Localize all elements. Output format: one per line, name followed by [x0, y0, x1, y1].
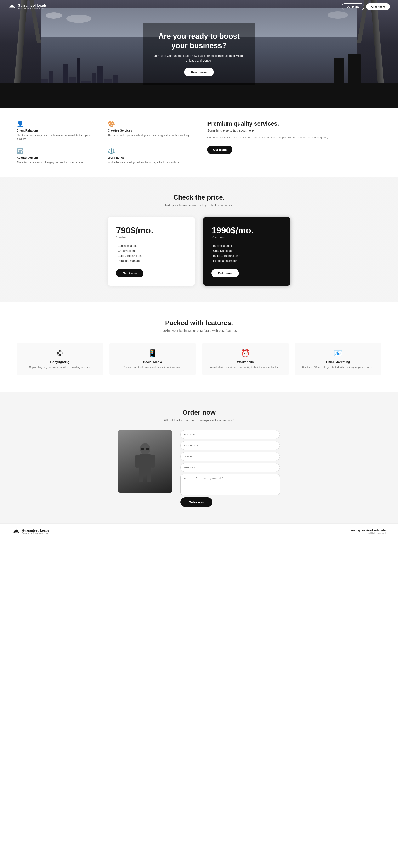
person-silhouette-1	[348, 54, 361, 91]
email-input[interactable]	[180, 441, 280, 450]
feature-icon-3: 📧	[299, 349, 377, 358]
feature-icon-2: ⏰	[206, 349, 285, 358]
more-info-textarea[interactable]	[180, 474, 280, 495]
service-icon-1: 🎨	[108, 120, 191, 127]
feature-card-0: © Copyrighting Copywriting for your busi…	[16, 343, 103, 375]
pricing-cards: 790$/mo. Starter Business auditCreative …	[16, 217, 382, 286]
svg-rect-8	[144, 448, 146, 449]
navbar: Guaranteed Leads Boost your Business wit…	[0, 0, 398, 13]
feature-title-0: Copyrighting	[21, 360, 99, 364]
brand-name: Guaranteed Leads	[18, 4, 47, 7]
footer-right: www.guaranteedleads.sale All Right Reser…	[351, 529, 386, 534]
svg-rect-6	[140, 448, 144, 450]
feature-icon-1: 📱	[113, 349, 192, 358]
brand-sub: Boost your Business with us	[18, 7, 47, 10]
navbar-brand: Guaranteed Leads Boost your Business wit…	[8, 3, 47, 10]
service-title-0: Client Relations	[16, 129, 100, 132]
our-plans-button[interactable]: Our plans	[342, 3, 364, 10]
feature-icon-0: ©	[21, 349, 99, 358]
features-subtitle: Packing your business for best future wi…	[16, 329, 382, 332]
svg-rect-4	[139, 473, 143, 482]
svg-rect-5	[147, 473, 151, 482]
starter-card: 790$/mo. Starter Business auditCreative …	[108, 217, 195, 286]
service-desc-3: Work ethics are moral guidelines that an…	[108, 161, 191, 164]
premium-feature-2: Build 12 months plan	[211, 253, 282, 258]
order-image	[118, 430, 172, 493]
svg-rect-2	[135, 455, 140, 468]
services-grid: 👤 Client Relations Client relations mana…	[16, 120, 191, 164]
premium-label: Premium	[211, 236, 282, 239]
full-name-input[interactable]	[180, 430, 280, 439]
hero-subtitle: Join us at Guaranteed Leads new event se…	[151, 54, 247, 63]
starter-price: 790$/mo.	[116, 225, 187, 236]
order-title: Order now	[16, 409, 382, 416]
order-now-button[interactable]: Order now	[366, 3, 390, 10]
footer-brand: Guaranteed Leads Boost your Business wit…	[12, 528, 49, 535]
hero-content: Are you ready to boost your business? Jo…	[143, 23, 255, 85]
premium-feature-1: Creative ideas	[211, 248, 282, 253]
starter-features: Business auditCreative ideasBuild 3 mont…	[116, 243, 187, 263]
hero-title: Are you ready to boost your business?	[151, 32, 247, 50]
features-title: Packed with features.	[16, 319, 382, 327]
pricing-subtitle: Audit your business and help you build a…	[16, 203, 382, 207]
feature-desc-3: Use these 10 steps to get started with e…	[299, 365, 377, 369]
service-icon-2: 🔄	[16, 148, 100, 154]
service-item-0: 👤 Client Relations Client relations mana…	[16, 120, 100, 141]
footer-logo-icon	[12, 528, 20, 535]
feature-desc-1: You can boost sales on social media in v…	[113, 365, 192, 369]
premium-feature-0: Business audit	[211, 243, 282, 248]
service-icon-0: 👤	[16, 120, 100, 127]
starter-feature-0: Business audit	[116, 243, 187, 248]
feature-title-3: Email Marketing	[299, 360, 377, 364]
feature-card-1: 📱 Social Media You can boost sales on so…	[109, 343, 196, 375]
service-item-3: ⚖️ Work Ethics Work ethics are moral gui…	[108, 148, 191, 164]
order-content: Order now	[16, 430, 382, 507]
starter-get-it-now-button[interactable]: Get it now	[116, 269, 143, 277]
feature-card-2: ⏰ Workaholic A workaholic experiences an…	[202, 343, 289, 375]
order-subtitle: Fill out the form and our managers will …	[16, 418, 382, 422]
order-section: Order now Fill out the form and our mana…	[0, 392, 398, 523]
service-item-2: 🔄 Rearrangement The action or process of…	[16, 148, 100, 164]
navbar-actions: Our plans Order now	[342, 3, 390, 10]
premium-price: 1990$/mo.	[211, 225, 282, 236]
order-submit-button[interactable]: Order now	[180, 497, 212, 507]
person-illustration	[133, 441, 158, 482]
footer-rights: All Right Reserved	[351, 532, 386, 534]
hero-section: Are you ready to boost your business? Jo…	[0, 0, 398, 108]
services-promo: Premium quality services. Something else…	[199, 120, 382, 154]
promo-sub: Something else to talk about here.	[207, 129, 382, 132]
navbar-brand-text: Guaranteed Leads Boost your Business wit…	[18, 4, 47, 10]
order-form: Order now	[180, 430, 280, 507]
feature-title-2: Workaholic	[206, 360, 285, 364]
telegram-input[interactable]	[180, 463, 280, 472]
starter-feature-3: Personal manager	[116, 258, 187, 263]
premium-features: Business auditCreative ideasBuild 12 mon…	[211, 243, 282, 263]
phone-input[interactable]	[180, 452, 280, 461]
our-plans-cta-button[interactable]: Our plans	[207, 146, 232, 154]
svg-rect-7	[145, 448, 149, 450]
service-desc-2: The action or process of changing the po…	[16, 161, 100, 164]
footer: Guaranteed Leads Boost your Business wit…	[0, 523, 398, 539]
starter-label: Starter	[116, 236, 187, 239]
svg-rect-3	[150, 455, 156, 468]
feature-desc-2: A workaholic experiences an inability to…	[206, 365, 285, 369]
pricing-title: Check the price.	[16, 193, 382, 201]
read-more-button[interactable]: Read more	[184, 68, 214, 76]
feature-title-1: Social Media	[113, 360, 192, 364]
promo-desc: Corporate executives and consumers have …	[207, 135, 382, 140]
starter-feature-1: Creative ideas	[116, 248, 187, 253]
premium-get-it-now-button[interactable]: Get it now	[211, 269, 239, 277]
footer-brand-name: Guaranteed Leads	[22, 529, 49, 532]
logo-icon	[8, 3, 16, 10]
premium-feature-3: Personal manager	[211, 258, 282, 263]
order-image-inner	[118, 430, 172, 493]
service-item-1: 🎨 Creative Services The most trusted par…	[108, 120, 191, 141]
service-icon-3: ⚖️	[108, 148, 191, 154]
service-title-3: Work Ethics	[108, 156, 191, 159]
feature-desc-0: Copywriting for your business will be pr…	[21, 365, 99, 369]
features-grid: © Copyrighting Copywriting for your busi…	[16, 343, 382, 375]
pricing-section: Check the price. Audit your business and…	[0, 177, 398, 302]
services-section: 👤 Client Relations Client relations mana…	[0, 108, 398, 177]
service-title-2: Rearrangement	[16, 156, 100, 159]
service-desc-1: The most trusted partner in background s…	[108, 133, 191, 137]
